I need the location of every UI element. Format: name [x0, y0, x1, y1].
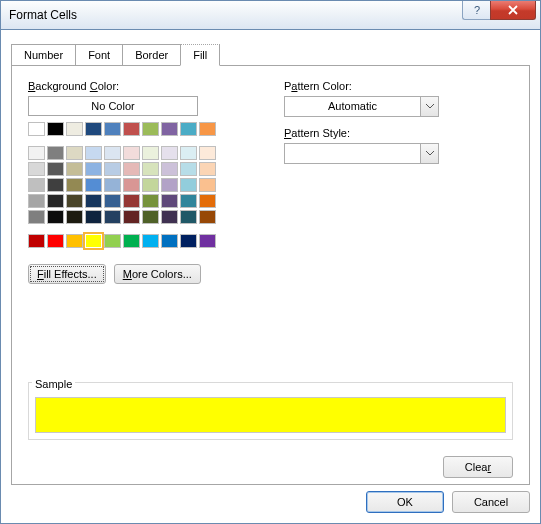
color-swatch[interactable] — [142, 122, 159, 136]
color-swatch[interactable] — [161, 122, 178, 136]
window-title: Format Cells — [9, 8, 77, 22]
color-swatch[interactable] — [123, 194, 140, 208]
pattern-color-value: Automatic — [285, 97, 420, 116]
color-swatch[interactable] — [47, 146, 64, 160]
color-swatch[interactable] — [161, 178, 178, 192]
color-swatch[interactable] — [104, 234, 121, 248]
color-swatch[interactable] — [161, 162, 178, 176]
color-swatch[interactable] — [142, 162, 159, 176]
color-swatch[interactable] — [199, 146, 216, 160]
color-swatch[interactable] — [123, 234, 140, 248]
color-swatch[interactable] — [180, 146, 197, 160]
titlebar: Format Cells ? — [0, 0, 541, 30]
color-swatch[interactable] — [28, 162, 45, 176]
color-swatch[interactable] — [47, 122, 64, 136]
color-swatch[interactable] — [104, 146, 121, 160]
color-swatch[interactable] — [66, 178, 83, 192]
color-swatch[interactable] — [199, 122, 216, 136]
color-swatch[interactable] — [66, 194, 83, 208]
color-swatch[interactable] — [66, 234, 83, 248]
color-swatch[interactable] — [66, 146, 83, 160]
color-swatch[interactable] — [199, 234, 216, 248]
help-button[interactable]: ? — [462, 1, 490, 20]
color-swatch[interactable] — [142, 194, 159, 208]
window-controls: ? — [462, 1, 536, 20]
color-swatch[interactable] — [142, 178, 159, 192]
color-swatch[interactable] — [104, 194, 121, 208]
tab-border[interactable]: Border — [122, 44, 181, 66]
color-swatch[interactable] — [123, 122, 140, 136]
tab-fill[interactable]: Fill — [180, 44, 220, 66]
tab-body: Background Color: No Color Fill Effects.… — [11, 65, 530, 485]
color-swatch[interactable] — [28, 146, 45, 160]
color-swatch[interactable] — [28, 178, 45, 192]
color-swatch[interactable] — [47, 162, 64, 176]
color-swatch[interactable] — [161, 194, 178, 208]
color-swatch[interactable] — [199, 162, 216, 176]
pattern-color-label: Pattern Color: — [284, 80, 513, 92]
color-swatch[interactable] — [180, 194, 197, 208]
svg-text:?: ? — [474, 5, 480, 15]
color-swatch[interactable] — [199, 194, 216, 208]
color-swatch[interactable] — [142, 210, 159, 224]
standard-color-palette — [28, 234, 248, 248]
color-swatch[interactable] — [47, 194, 64, 208]
background-color-label: Background Color: — [28, 80, 248, 92]
color-swatch[interactable] — [199, 210, 216, 224]
color-swatch[interactable] — [161, 234, 178, 248]
tab-font[interactable]: Font — [75, 44, 123, 66]
color-swatch[interactable] — [47, 210, 64, 224]
color-swatch[interactable] — [180, 210, 197, 224]
color-swatch[interactable] — [104, 162, 121, 176]
no-color-button[interactable]: No Color — [28, 96, 198, 116]
color-swatch[interactable] — [28, 234, 45, 248]
color-swatch[interactable] — [123, 146, 140, 160]
color-swatch[interactable] — [28, 194, 45, 208]
color-swatch[interactable] — [85, 210, 102, 224]
more-colors-button[interactable]: More Colors... — [114, 264, 201, 284]
sample-preview — [35, 397, 506, 433]
color-swatch[interactable] — [104, 178, 121, 192]
color-swatch[interactable] — [199, 178, 216, 192]
color-swatch[interactable] — [123, 178, 140, 192]
close-button[interactable] — [490, 1, 536, 20]
tabstrip: Number Font Border Fill — [11, 44, 530, 66]
pattern-style-label: Pattern Style: — [284, 127, 513, 139]
chevron-down-icon — [420, 97, 438, 116]
ok-button[interactable]: OK — [366, 491, 444, 513]
color-swatch[interactable] — [180, 234, 197, 248]
color-swatch[interactable] — [123, 210, 140, 224]
color-swatch[interactable] — [28, 210, 45, 224]
color-swatch[interactable] — [104, 210, 121, 224]
pattern-style-combo[interactable] — [284, 143, 439, 164]
color-swatch[interactable] — [161, 146, 178, 160]
color-swatch[interactable] — [180, 178, 197, 192]
color-swatch[interactable] — [123, 162, 140, 176]
color-swatch[interactable] — [104, 122, 121, 136]
color-swatch[interactable] — [142, 234, 159, 248]
color-swatch[interactable] — [66, 210, 83, 224]
pattern-color-combo[interactable]: Automatic — [284, 96, 439, 117]
dialog-client: Number Font Border Fill Background Color… — [0, 30, 541, 524]
color-swatch[interactable] — [47, 234, 64, 248]
color-swatch[interactable] — [66, 122, 83, 136]
color-swatch[interactable] — [142, 146, 159, 160]
chevron-down-icon — [420, 144, 438, 163]
color-swatch[interactable] — [85, 122, 102, 136]
color-swatch[interactable] — [180, 122, 197, 136]
color-swatch[interactable] — [161, 210, 178, 224]
color-swatch[interactable] — [47, 178, 64, 192]
pattern-style-value — [285, 144, 420, 163]
tab-number[interactable]: Number — [11, 44, 76, 66]
fill-effects-button[interactable]: Fill Effects... — [28, 264, 106, 284]
color-swatch[interactable] — [85, 234, 102, 248]
color-swatch[interactable] — [28, 122, 45, 136]
color-swatch[interactable] — [66, 162, 83, 176]
color-swatch[interactable] — [85, 162, 102, 176]
clear-button[interactable]: Clear — [443, 456, 513, 478]
color-swatch[interactable] — [85, 178, 102, 192]
color-swatch[interactable] — [180, 162, 197, 176]
color-swatch[interactable] — [85, 146, 102, 160]
cancel-button[interactable]: Cancel — [452, 491, 530, 513]
color-swatch[interactable] — [85, 194, 102, 208]
